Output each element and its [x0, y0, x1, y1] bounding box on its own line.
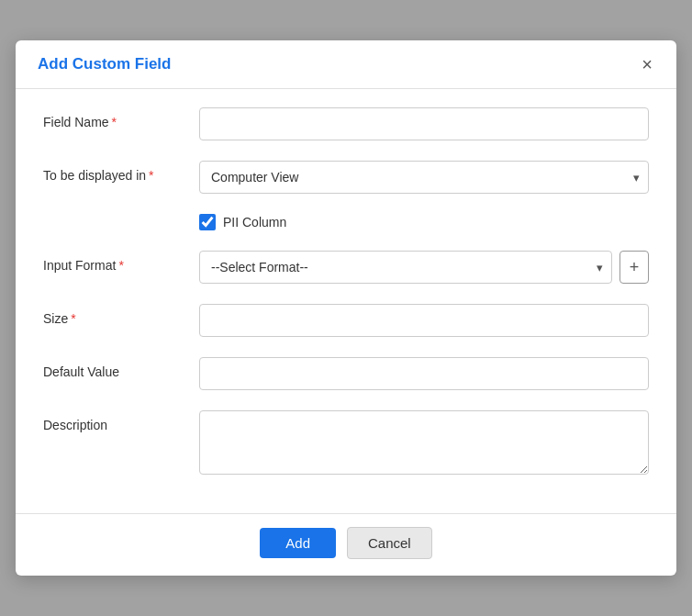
input-format-row: Input Format* --Select Format-- ▾ + — [43, 251, 649, 284]
add-button[interactable]: Add — [260, 528, 336, 558]
description-row: Description — [43, 410, 649, 475]
modal-overlay: Add Custom Field × Field Name* To be dis… — [0, 0, 692, 616]
modal-footer: Add Cancel — [16, 513, 676, 576]
display-in-select-wrap: Computer View Mobile View Both ▾ — [199, 161, 649, 194]
input-format-control: --Select Format-- ▾ + — [199, 251, 649, 284]
cancel-button[interactable]: Cancel — [347, 527, 432, 559]
default-value-label: Default Value — [43, 357, 199, 379]
size-input[interactable] — [199, 304, 649, 337]
field-name-input[interactable] — [199, 107, 649, 140]
size-label: Size* — [43, 304, 199, 326]
description-label: Description — [43, 410, 199, 432]
size-row: Size* — [43, 304, 649, 337]
pii-column-label[interactable]: PII Column — [223, 215, 286, 230]
field-name-label: Field Name* — [43, 107, 199, 129]
display-in-row: To be displayed in* Computer View Mobile… — [43, 161, 649, 194]
pii-column-checkbox[interactable] — [199, 214, 216, 230]
modal-header: Add Custom Field × — [16, 40, 676, 89]
add-format-button[interactable]: + — [619, 251, 649, 284]
size-control — [199, 304, 649, 337]
display-in-select[interactable]: Computer View Mobile View Both — [199, 161, 649, 194]
close-button[interactable]: × — [636, 53, 658, 75]
field-name-row: Field Name* — [43, 107, 649, 140]
default-value-control — [199, 357, 649, 390]
field-name-control — [199, 107, 649, 140]
description-textarea[interactable] — [199, 410, 649, 475]
modal-dialog: Add Custom Field × Field Name* To be dis… — [16, 40, 676, 576]
default-value-row: Default Value — [43, 357, 649, 390]
input-format-select-wrap: --Select Format-- ▾ — [199, 251, 612, 284]
display-in-label: To be displayed in* — [43, 161, 199, 183]
display-in-control: Computer View Mobile View Both ▾ — [199, 161, 649, 194]
input-format-select[interactable]: --Select Format-- — [199, 251, 612, 284]
pii-column-row: PII Column — [199, 214, 649, 230]
default-value-input[interactable] — [199, 357, 649, 390]
modal-body: Field Name* To be displayed in* Computer… — [16, 89, 676, 513]
description-control — [199, 410, 649, 475]
modal-title: Add Custom Field — [38, 55, 171, 73]
input-format-label: Input Format* — [43, 251, 199, 273]
